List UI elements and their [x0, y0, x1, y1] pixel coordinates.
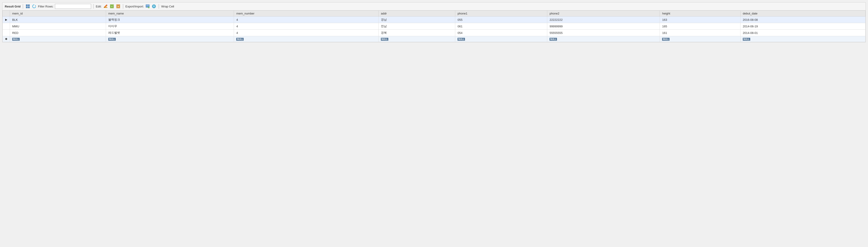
null-cell[interactable]: NULL	[234, 36, 379, 42]
export-import-label: Export/Import:	[125, 5, 144, 8]
cell-mem-number[interactable]: 4	[234, 23, 379, 30]
table-header-row: mem_id mem_name mem_number addr phone1 p…	[3, 11, 866, 17]
col-header-mem-name: mem_name	[106, 11, 234, 17]
col-header-mem-id: mem_id	[10, 11, 106, 17]
svg-rect-2	[26, 6, 28, 8]
row-indicator	[3, 23, 10, 30]
cell-addr[interactable]: 경남	[379, 17, 455, 23]
svg-marker-4	[35, 5, 36, 6]
cell-height[interactable]: 161	[660, 30, 741, 36]
cell-debut-date[interactable]: 2016-08-08	[740, 17, 865, 23]
cell-debut-date[interactable]: 2014-06-19	[740, 23, 865, 30]
col-header-phone2: phone2	[547, 11, 660, 17]
svg-rect-19	[146, 6, 148, 6]
import-icon[interactable]	[151, 4, 156, 9]
table-row[interactable]: MMU마마무4전남061999999991652014-06-19	[3, 23, 866, 30]
cell-mem-name[interactable]: 블랙핑크	[106, 17, 234, 23]
toolbar: Result Grid Filter Rows: Edit:	[2, 2, 866, 10]
row-indicator	[3, 30, 10, 36]
table-row[interactable]: RED레드벨벳4경북054555555551612014-08-01	[3, 30, 866, 36]
null-cell[interactable]: NULL	[547, 36, 660, 42]
null-badge: NULL	[662, 38, 670, 41]
cell-mem-name[interactable]: 레드벨벳	[106, 30, 234, 36]
null-cell[interactable]: NULL	[660, 36, 741, 42]
toolbar-divider-3	[123, 4, 123, 9]
svg-rect-0	[26, 4, 28, 6]
cell-phone1[interactable]: 054	[455, 30, 547, 36]
filter-rows-input[interactable]	[55, 4, 91, 9]
toolbar-divider-4	[159, 4, 159, 9]
null-cell[interactable]: NULL	[10, 36, 106, 42]
null-cell[interactable]: NULL	[106, 36, 234, 42]
null-badge: NULL	[458, 38, 465, 41]
main-container: Result Grid Filter Rows: Edit:	[2, 2, 866, 42]
cell-phone2[interactable]: 22222222	[547, 17, 660, 23]
cell-mem-id[interactable]: RED	[10, 30, 106, 36]
null-cell[interactable]: NULL	[455, 36, 547, 42]
col-header-selector	[3, 11, 10, 17]
cell-phone1[interactable]: 055	[455, 17, 547, 23]
null-badge: NULL	[743, 38, 750, 41]
wrap-cell-label: Wrap Cell	[161, 5, 174, 8]
svg-rect-3	[28, 6, 30, 8]
cell-phone2[interactable]: 99999999	[547, 23, 660, 30]
cell-height[interactable]: 163	[660, 17, 741, 23]
null-row[interactable]: ✱NULLNULLNULLNULLNULLNULLNULLNULL	[3, 36, 866, 42]
cell-phone2[interactable]: 55555555	[547, 30, 660, 36]
svg-rect-1	[28, 4, 30, 6]
cell-addr[interactable]: 경북	[379, 30, 455, 36]
svg-rect-17	[146, 5, 149, 5]
refresh-icon[interactable]	[32, 4, 37, 9]
null-badge: NULL	[381, 38, 388, 41]
cell-height[interactable]: 165	[660, 23, 741, 30]
delete-row-icon[interactable]	[116, 4, 121, 9]
null-cell[interactable]: NULL	[740, 36, 865, 42]
cell-debut-date[interactable]: 2014-08-01	[740, 30, 865, 36]
cell-mem-number[interactable]: 4	[234, 30, 379, 36]
svg-rect-6	[110, 4, 114, 6]
edit-label: Edit:	[96, 5, 102, 8]
null-cell[interactable]: NULL	[379, 36, 455, 42]
cell-mem-name[interactable]: 마마무	[106, 23, 234, 30]
add-row-icon[interactable]	[110, 4, 114, 9]
filter-rows-label: Filter Rows:	[38, 5, 54, 8]
cell-phone1[interactable]: 061	[455, 23, 547, 30]
svg-rect-11	[116, 4, 120, 6]
table-row[interactable]: ▶BLK블랙핑크4경남055222222221632016-08-08	[3, 17, 866, 23]
null-badge: NULL	[236, 38, 244, 41]
svg-rect-13	[116, 7, 120, 8]
grid-icon[interactable]	[25, 4, 30, 9]
edit-pencil-icon[interactable]	[103, 4, 108, 9]
svg-rect-8	[110, 7, 114, 8]
col-header-debut-date: debut_date	[740, 11, 865, 17]
col-header-height: height	[660, 11, 741, 17]
null-row-indicator: ✱	[3, 36, 10, 42]
null-badge: NULL	[550, 38, 557, 41]
col-header-addr: addr	[379, 11, 455, 17]
cell-mem-number[interactable]: 4	[234, 17, 379, 23]
export-icon[interactable]	[145, 4, 150, 9]
cell-mem-id[interactable]: MMU	[10, 23, 106, 30]
cell-addr[interactable]: 전남	[379, 23, 455, 30]
null-badge: NULL	[12, 38, 20, 41]
row-indicator: ▶	[3, 17, 10, 23]
col-header-phone1: phone1	[455, 11, 547, 17]
col-header-mem-number: mem_number	[234, 11, 379, 17]
toolbar-divider-2	[93, 4, 94, 9]
result-grid-label: Result Grid	[5, 5, 21, 8]
cell-mem-id[interactable]: BLK	[10, 17, 106, 23]
null-badge: NULL	[108, 38, 116, 41]
data-table: mem_id mem_name mem_number addr phone1 p…	[2, 10, 866, 42]
